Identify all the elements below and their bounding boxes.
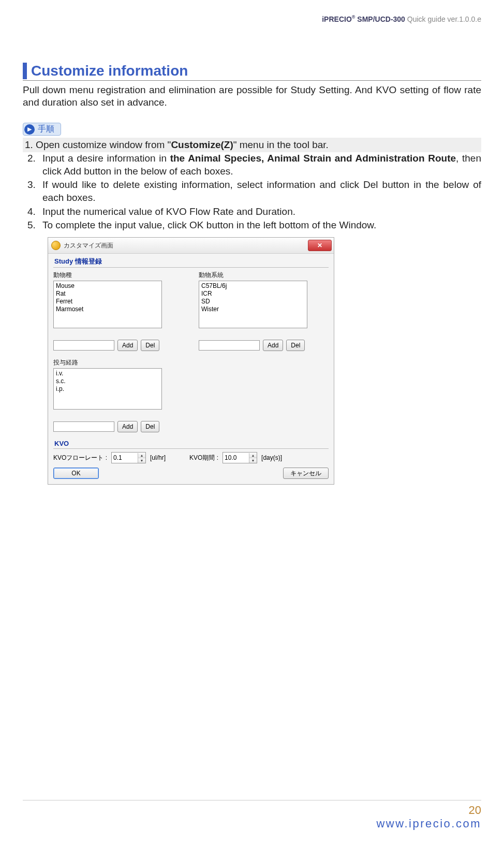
- kvo-flow-value[interactable]: 0.1: [112, 454, 138, 461]
- strain-input[interactable]: [199, 340, 260, 351]
- ok-button[interactable]: OK: [53, 468, 99, 479]
- list-item[interactable]: Mouse: [56, 282, 159, 290]
- list-item[interactable]: SD: [201, 298, 305, 305]
- route-input[interactable]: [53, 421, 114, 432]
- step-5: To complete the input value, click OK bu…: [38, 219, 481, 232]
- strain-del-button[interactable]: Del: [286, 340, 305, 351]
- list-item[interactable]: i.v.: [56, 370, 159, 377]
- page-number: 20: [376, 804, 481, 817]
- doc-header: iPRECIO® SMP/UCD-300 Quick guide ver.1.0…: [23, 14, 481, 23]
- kvo-flow-unit: [ul/hr]: [150, 454, 166, 461]
- route-column: 投与経路 i.v. s.c. i.p. Add Del: [53, 358, 183, 432]
- customize-dialog: カスタマイズ画面 ✕ Study 情報登録 動物種 Mouse Rat Ferr…: [48, 237, 334, 485]
- route-label: 投与経路: [53, 358, 183, 367]
- species-listbox[interactable]: Mouse Rat Ferret Marmoset: [53, 281, 162, 328]
- strain-label: 動物系統: [199, 271, 329, 280]
- brand: iPRECIO®: [322, 15, 355, 23]
- route-listbox[interactable]: i.v. s.c. i.p.: [53, 368, 162, 410]
- footer-line: [23, 800, 481, 800]
- step-4: Input the numerical value of KVO Flow Ra…: [38, 206, 481, 218]
- species-del-button[interactable]: Del: [141, 340, 159, 351]
- route-del-button[interactable]: Del: [141, 421, 159, 432]
- doc-version: Quick guide ver.1.0.0.e: [405, 15, 481, 23]
- list-item[interactable]: C57BL/6j: [201, 282, 305, 290]
- species-column: 動物種 Mouse Rat Ferret Marmoset Add Del: [53, 271, 183, 351]
- step-1: 1. Open customize window from "Customize…: [23, 138, 481, 152]
- section-title: Customize information: [23, 63, 481, 79]
- list-item[interactable]: ICR: [201, 290, 305, 298]
- kvo-flow-spinner[interactable]: 0.1 ▲▼: [111, 452, 146, 463]
- strain-add-button[interactable]: Add: [263, 340, 283, 351]
- kvo-dur-spinner[interactable]: 10.0 ▲▼: [223, 452, 257, 463]
- list-item[interactable]: i.p.: [56, 385, 159, 393]
- model: SMP/UCD-300: [357, 15, 405, 23]
- kvo-row: KVOフローレート : 0.1 ▲▼ [ul/hr] KVO期間 : 10.0 …: [53, 452, 329, 463]
- kvo-title: KVO: [54, 440, 329, 447]
- species-add-button[interactable]: Add: [117, 340, 138, 351]
- step-badge-label: 手順: [38, 124, 54, 135]
- play-icon: ▶: [24, 124, 35, 135]
- spin-up-icon[interactable]: ▲: [138, 453, 145, 458]
- list-item[interactable]: Wister: [201, 305, 305, 313]
- spin-down-icon[interactable]: ▼: [138, 458, 145, 463]
- list-item[interactable]: Ferret: [56, 298, 159, 305]
- kvo-dur-value[interactable]: 10.0: [223, 454, 249, 461]
- app-icon: [51, 241, 61, 250]
- route-add-button[interactable]: Add: [117, 421, 138, 432]
- step-badge: ▶ 手順: [23, 123, 61, 136]
- list-item[interactable]: Rat: [56, 290, 159, 298]
- list-item[interactable]: s.c.: [56, 377, 159, 385]
- spin-up-icon[interactable]: ▲: [249, 453, 257, 458]
- dialog-titlebar: カスタマイズ画面 ✕: [48, 238, 334, 254]
- section-underline: [23, 80, 481, 81]
- steps-list: Input a desire information in the Animal…: [23, 152, 481, 232]
- kvo-dur-label: KVO期間 :: [189, 454, 218, 462]
- dialog-title: カスタマイズ画面: [64, 241, 305, 250]
- cancel-button[interactable]: キャンセル: [283, 468, 329, 479]
- close-button[interactable]: ✕: [308, 240, 332, 251]
- spin-down-icon[interactable]: ▼: [249, 458, 257, 463]
- species-label: 動物種: [53, 271, 183, 280]
- strain-column: 動物系統 C57BL/6j ICR SD Wister Add Del: [199, 271, 329, 351]
- footer-url: www.iprecio.com: [376, 817, 481, 831]
- kvo-flow-label: KVOフローレート :: [53, 454, 107, 462]
- species-input[interactable]: [53, 340, 114, 351]
- list-item[interactable]: Marmoset: [56, 305, 159, 313]
- kvo-dur-unit: [day(s)]: [261, 454, 282, 461]
- step-3: If would like to delete existing informa…: [38, 179, 481, 204]
- section-intro: Pull down menu registration and eliminat…: [23, 84, 481, 109]
- footer: 20 www.iprecio.com: [376, 804, 481, 831]
- group-study-title: Study 情報登録: [54, 257, 329, 266]
- step-2: Input a desire information in the Animal…: [38, 152, 481, 178]
- strain-listbox[interactable]: C57BL/6j ICR SD Wister: [199, 281, 307, 328]
